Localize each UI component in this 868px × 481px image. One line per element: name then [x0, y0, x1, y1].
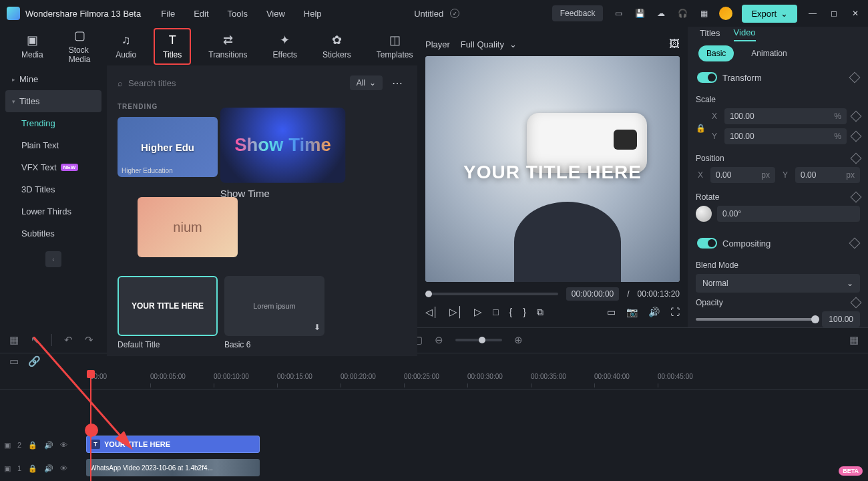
blend-mode-dropdown[interactable]: Normal⌄: [696, 274, 860, 293]
sidebar-plaintext[interactable]: Plain Text: [5, 134, 101, 156]
tab-audio[interactable]: ♫Audio: [107, 29, 144, 63]
tab-effects[interactable]: ✦Effects: [265, 29, 305, 63]
tab-media[interactable]: ▣Media: [13, 29, 51, 63]
screen-icon[interactable]: ▭: [612, 7, 624, 19]
keyframe-icon[interactable]: [849, 72, 861, 84]
play-prev-icon[interactable]: ▷│: [449, 306, 463, 318]
minimize-icon[interactable]: —: [807, 7, 819, 19]
headphones-icon[interactable]: 🎧: [676, 7, 688, 19]
feedback-button[interactable]: Feedback: [552, 5, 604, 21]
video-preview[interactable]: YOUR TITLE HERE: [425, 56, 680, 282]
tab-stock[interactable]: ▢Stock Media: [61, 24, 99, 68]
mute-icon[interactable]: 🔊: [44, 441, 53, 450]
collapse-sidebar-icon[interactable]: ‹: [45, 251, 61, 267]
sidebar-lowerthirds[interactable]: Lower Thirds: [5, 200, 101, 222]
keyframe-icon[interactable]: [851, 131, 862, 142]
marker-ball[interactable]: [85, 424, 98, 437]
playhead[interactable]: [90, 370, 91, 481]
download-icon[interactable]: ⬇: [314, 323, 320, 332]
camera-icon[interactable]: 📷: [626, 307, 638, 317]
sidebar-3dtitles[interactable]: 3D Titles: [5, 178, 101, 200]
link-icon[interactable]: 🔗: [28, 355, 41, 367]
redo-icon[interactable]: ↷: [85, 334, 93, 346]
tab-titles[interactable]: TTitles: [154, 28, 191, 65]
title-card-default[interactable]: YOUR TITLE HERE Default Title: [118, 276, 218, 349]
lock-icon[interactable]: 🔒: [28, 464, 37, 473]
title-card-basic6[interactable]: Lorem ipsum⬇ Basic 6: [224, 276, 324, 349]
display-icon[interactable]: ▭: [607, 307, 616, 317]
tab-stickers[interactable]: ✿Stickers: [314, 29, 359, 63]
lock-icon[interactable]: 🔒: [28, 441, 37, 450]
save-icon[interactable]: 💾: [634, 7, 646, 19]
scrub-bar[interactable]: [425, 293, 558, 295]
slider-handle[interactable]: [811, 315, 819, 323]
title-card-education[interactable]: Higher Education: [118, 117, 218, 190]
sidebar-trending[interactable]: Trending: [5, 112, 101, 134]
menu-file[interactable]: File: [161, 9, 175, 19]
visibility-icon[interactable]: 👁: [60, 464, 67, 472]
mute-icon[interactable]: 🔊: [44, 464, 53, 473]
pos-x-input[interactable]: 0.00px: [710, 167, 775, 183]
rotate-knob[interactable]: [696, 206, 712, 222]
user-avatar[interactable]: [719, 7, 732, 20]
keyframe-icon[interactable]: [851, 111, 862, 122]
sidebar-titles[interactable]: Titles: [5, 90, 101, 112]
menu-tools[interactable]: Tools: [228, 9, 248, 19]
subtab-animation[interactable]: Animation: [743, 45, 795, 61]
mark-in-icon[interactable]: {: [509, 307, 513, 317]
transform-toggle[interactable]: [697, 72, 717, 83]
timeline-tracks[interactable]: 00:00 00:00:05:00 00:00:10:00 00:00:15:0…: [0, 370, 868, 481]
sidebar-subtitles[interactable]: Subtitles: [5, 222, 101, 245]
keyframe-icon[interactable]: [851, 297, 862, 309]
filter-dropdown[interactable]: All⌄: [350, 75, 383, 90]
grid-view-icon[interactable]: ▦: [849, 334, 859, 346]
sidebar-mine[interactable]: Mine: [5, 68, 101, 90]
visibility-icon[interactable]: 👁: [60, 441, 67, 449]
stop-icon[interactable]: □: [493, 307, 498, 317]
scrub-handle[interactable]: [425, 291, 432, 297]
opacity-value[interactable]: 100.00: [822, 311, 860, 327]
maximize-icon[interactable]: ◻: [828, 7, 840, 19]
crop-icon[interactable]: ⧉: [537, 307, 544, 318]
scale-y-input[interactable]: 100.00%: [724, 128, 847, 144]
cloud-icon[interactable]: ☁: [655, 7, 667, 19]
search-input[interactable]: ⌕Search titles: [118, 78, 345, 88]
keyframe-icon[interactable]: [851, 192, 862, 203]
export-button[interactable]: Export⌄: [742, 5, 797, 23]
track-head-2[interactable]: ▣2 🔒 🔊 👁: [0, 441, 80, 450]
lock-aspect-icon[interactable]: 🔒: [696, 124, 706, 133]
compositing-toggle[interactable]: [697, 238, 717, 249]
track-head-1[interactable]: ▣1 🔒 🔊 👁: [0, 464, 80, 473]
close-icon[interactable]: ✕: [849, 7, 861, 19]
tab-templates[interactable]: ◫Templates: [369, 29, 421, 63]
play-icon[interactable]: ▷: [474, 306, 482, 318]
zoom-in-icon[interactable]: ⊕: [514, 334, 523, 346]
zoom-slider[interactable]: [455, 339, 502, 341]
fullscreen-icon[interactable]: ⛶: [670, 307, 680, 317]
prev-frame-icon[interactable]: ◁│: [425, 307, 439, 317]
layout-icon[interactable]: ▦: [9, 334, 19, 346]
grid-icon[interactable]: ▦: [698, 7, 710, 19]
subtab-basic[interactable]: Basic: [698, 45, 734, 61]
menu-edit[interactable]: Edit: [194, 9, 208, 19]
title-card-nium[interactable]: [138, 197, 238, 257]
inspector-tab-video[interactable]: Video: [734, 27, 756, 41]
keyframe-icon[interactable]: [851, 153, 862, 164]
tab-transitions[interactable]: ⇄Transitions: [200, 29, 255, 63]
sidebar-vfxtext[interactable]: VFX TextNEW: [5, 156, 101, 178]
title-card-showtime[interactable]: Show Time: [220, 108, 346, 200]
pos-y-input[interactable]: 0.00px: [795, 167, 860, 183]
rotate-input[interactable]: 0.00°: [717, 206, 860, 222]
cursor-icon[interactable]: ↖: [31, 334, 39, 346]
more-options-icon[interactable]: ⋯: [388, 77, 407, 90]
video-clip[interactable]: WhatsApp Video 2023-10-06 at 1.4b2f4...: [86, 459, 260, 476]
zoom-out-icon[interactable]: ⊖: [435, 334, 443, 346]
menu-help[interactable]: Help: [304, 9, 322, 19]
opacity-slider[interactable]: [696, 318, 815, 321]
volume-icon[interactable]: 🔊: [648, 307, 660, 317]
undo-icon[interactable]: ↶: [64, 334, 73, 346]
snapshot-icon[interactable]: 🖼: [669, 38, 680, 50]
inspector-tab-titles[interactable]: Titles: [700, 28, 720, 41]
keyframe-icon[interactable]: [849, 238, 861, 249]
scale-x-input[interactable]: 100.00%: [724, 108, 847, 124]
